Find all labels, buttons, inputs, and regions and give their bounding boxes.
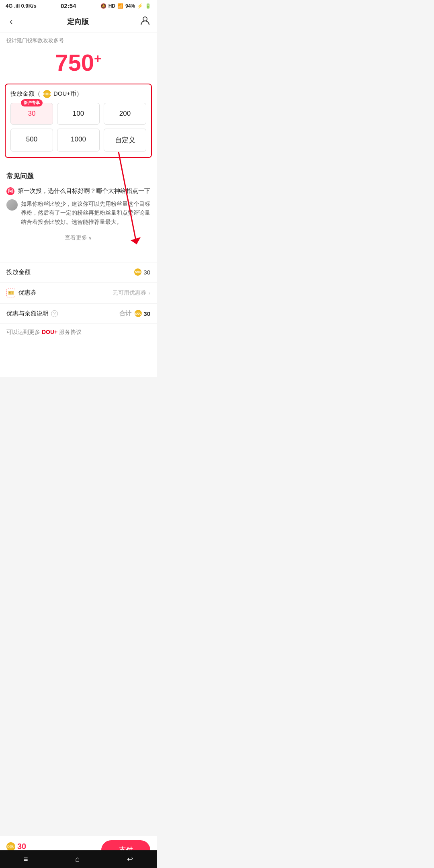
- faq-question: 问 第一次投，选什么目标好啊？哪个大神给指点一下: [6, 186, 150, 195]
- total-value-text: 30: [143, 310, 150, 317]
- chevron-right-icon: ›: [148, 290, 150, 296]
- total-prefix: 合计: [119, 310, 131, 317]
- chevron-down-icon: ∨: [88, 235, 92, 241]
- amount-option-1000[interactable]: 1000: [57, 129, 100, 151]
- total-label: 优惠与余额说明: [6, 310, 49, 317]
- total-label-group: 优惠与余额说明 ?: [6, 310, 58, 317]
- faq-avatar: [6, 199, 18, 211]
- speed-label: 0.9K/s: [21, 3, 36, 9]
- status-right: 🔕 HD 📶 94% ⚡ 🔋: [100, 3, 151, 9]
- amount-section: 投放金额（ DOU DOU+币） 新户专享 30 100 200 500: [5, 84, 152, 158]
- total-coin-icon: DOU: [135, 310, 142, 317]
- faq-answer: 如果你粉丝比较少，建议你可以先用粉丝量这个目标养粉，然后有了一定的粉丝再把粉丝量…: [6, 199, 150, 226]
- coupon-label: 优惠券: [18, 289, 37, 297]
- faq-title: 常见问题: [6, 172, 150, 181]
- faq-section: 常见问题 问 第一次投，选什么目标好啊？哪个大神给指点一下 如果你粉丝比较少，建…: [0, 164, 157, 251]
- big-number-section: 750+: [0, 46, 157, 84]
- coupon-status: 无可用优惠券: [113, 289, 146, 297]
- user-icon[interactable]: [140, 15, 150, 28]
- page-title: 定向版: [67, 17, 89, 27]
- subtitle-row: 投计延门投和敌攻攻多号: [0, 33, 157, 46]
- coupon-label-group: 🎫 优惠券: [6, 289, 37, 297]
- alarm-icon: 🔕: [100, 3, 106, 9]
- dou-link[interactable]: DOU+: [42, 329, 57, 335]
- faq-more-button[interactable]: 查看更多 ∨: [6, 231, 150, 247]
- amount-option-100[interactable]: 100: [57, 103, 100, 125]
- summary-amount-value: DOU 30: [134, 268, 150, 276]
- battery-label: 94%: [125, 3, 135, 9]
- network-label: 4G .ill: [6, 3, 20, 9]
- status-left: 4G .ill 0.9K/s: [6, 3, 37, 9]
- coupon-value-group: 无可用优惠券 ›: [113, 289, 150, 297]
- partial-disclaimer-text: 可以达到更多 DOU+ 服务协议: [0, 324, 157, 341]
- faq-question-text: 第一次投，选什么目标好啊？哪个大神给指点一下: [18, 186, 150, 195]
- help-icon[interactable]: ?: [51, 310, 58, 317]
- summary-section: 投放金额 DOU 30 🎫 优惠券 无可用优惠券 › 优惠与余额说明 ?: [0, 262, 157, 324]
- amount-option-500[interactable]: 500: [10, 129, 53, 151]
- charging-icon: ⚡: [137, 3, 143, 9]
- nav-bar: ‹ 定向版: [0, 11, 157, 33]
- question-badge: 问: [6, 187, 14, 195]
- amount-grid: 新户专享 30 100 200 500 1000 自定义: [10, 103, 146, 151]
- summary-coin-icon: DOU: [134, 268, 141, 276]
- new-user-badge: 新户专享: [21, 99, 43, 106]
- dou-coin-icon: DOU: [43, 90, 51, 98]
- summary-coupon-row[interactable]: 🎫 优惠券 无可用优惠券 ›: [0, 283, 157, 304]
- summary-amount-row: 投放金额 DOU 30: [0, 262, 157, 283]
- coupon-icon: 🎫: [6, 289, 15, 297]
- summary-total-row: 优惠与余额说明 ? 合计 DOU 30: [0, 304, 157, 324]
- subtitle-text: 投计延门投和敌攻攻多号: [6, 37, 64, 43]
- battery-icon: 🔋: [145, 3, 151, 9]
- svg-point-0: [143, 17, 147, 21]
- summary-amount-label: 投放金额: [6, 268, 31, 276]
- amount-label: 投放金额（ DOU DOU+币）: [10, 90, 146, 98]
- amount-option-custom[interactable]: 自定义: [104, 129, 146, 151]
- wifi-icon: 📶: [117, 3, 123, 9]
- back-button[interactable]: ‹: [6, 15, 16, 29]
- amount-option-200[interactable]: 200: [104, 103, 146, 125]
- amount-option-30[interactable]: 新户专享 30: [10, 103, 53, 125]
- hd-label: HD: [108, 3, 115, 9]
- faq-answer-text: 如果你粉丝比较少，建议你可以先用粉丝量这个目标养粉，然后有了一定的粉丝再把粉丝量…: [21, 199, 150, 226]
- total-value-group: 合计 DOU 30: [119, 310, 150, 317]
- status-bar: 4G .ill 0.9K/s 02:54 🔕 HD 📶 94% ⚡ 🔋: [0, 0, 157, 11]
- time-label: 02:54: [61, 2, 76, 9]
- big-number: 750+: [6, 50, 150, 76]
- arrow-annotation: [0, 251, 157, 258]
- page-content: 投计延门投和敌攻攻多号 750+ 投放金额（ DOU DOU+币） 新户专享 3…: [0, 33, 157, 377]
